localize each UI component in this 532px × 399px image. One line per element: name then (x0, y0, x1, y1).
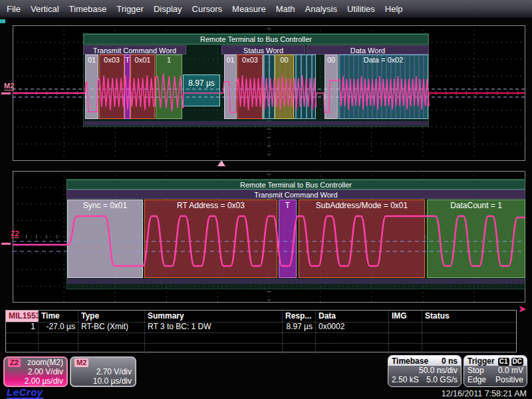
timebase-descriptor-box[interactable]: Timebase 0 ns 50.0 ns/div 2.50 kS 5.0 GS… (388, 355, 462, 387)
segment-data-sync: 00 (325, 55, 338, 119)
menu-item-display[interactable]: Display (154, 4, 182, 14)
menu-item-measure[interactable]: Measure (232, 4, 266, 14)
z2-tdiv: 2.00 µs/div (25, 376, 63, 386)
segment-rt-address: 0x03 (99, 55, 124, 119)
menu-item-analysis[interactable]: Analysis (305, 4, 337, 14)
segment-status-sync: 01 (224, 55, 237, 119)
menu-item-trigger[interactable]: Trigger (116, 4, 144, 14)
word-title-band-zoom: Transmit Command Word (66, 190, 525, 199)
segment-sync: 01 (85, 55, 98, 119)
trigger-source-badge: C1 (498, 358, 509, 366)
lecroy-logo: LeCroy (7, 386, 43, 399)
word-title-data: Data Word (307, 45, 429, 55)
m2-vdiv: 2.70 V/div (96, 367, 132, 376)
z2-vdiv: 2.00 V/div (28, 367, 63, 376)
segment-status-code: 00 (275, 55, 294, 119)
envelope-footer-strip (84, 121, 428, 126)
trigger-type: Edge (467, 375, 486, 384)
segment-datacount: 1 (156, 55, 182, 119)
table-header-time[interactable]: Time (39, 311, 78, 322)
trigger-descriptor-box[interactable]: Trigger C1DC Stop 0.0 mV Edge Positive (464, 355, 527, 387)
trigger-coupling-badge: DC (511, 358, 523, 366)
segment-tr-flag: T (124, 55, 130, 119)
oscilloscope-screen: File Vertical Timebase Trigger Display C… (0, 0, 532, 399)
timebase-offset: 0 ns (442, 356, 458, 366)
decode-table: MIL1553 Time Type Summary Resp... Data I… (5, 310, 517, 352)
menu-bar: File Vertical Timebase Trigger Display C… (0, 0, 532, 19)
menu-item-utilities[interactable]: Utilities (347, 4, 375, 14)
table-header-resp[interactable]: Resp... (283, 311, 316, 322)
z2-descriptor-box[interactable]: Z2 zoom(M2) 2.00 V/div 2.00 µs/div (3, 356, 68, 387)
z2-badge: Z2 (8, 358, 21, 367)
segment-zoom-tr-flag: T (279, 200, 297, 278)
m2-trace-label[interactable]: M2 (4, 82, 14, 90)
z2-decode-overlay: Remote Terminal to Bus Controller Transm… (13, 171, 525, 303)
decode-table-header: MIL1553 Time Type Summary Resp... Data I… (6, 311, 516, 322)
datetime-stamp: 12/16/2011 7:58:21 AM (442, 389, 527, 398)
menu-item-timebase[interactable]: Timebase (69, 4, 107, 14)
cell-resp[interactable]: 8.97 µs (283, 323, 316, 332)
cell-time[interactable]: -27.0 µs (39, 323, 78, 332)
word-title-transmit-command: Transmit Command Word (83, 45, 186, 55)
cell-img[interactable] (389, 323, 422, 332)
segment-zoom-sync: Sync = 0x01 (67, 200, 143, 278)
table-header-type[interactable]: Type (78, 311, 145, 322)
m2-level-tick (1, 92, 11, 94)
accent-mark (0, 19, 5, 23)
trigger-level: 0.0 mV (498, 366, 523, 375)
z2-source: zoom(M2) (27, 358, 63, 367)
envelope-footer-strip-zoom (67, 279, 525, 284)
trigger-label: Trigger (467, 356, 495, 366)
m2-descriptor-box[interactable]: M2 2.70 V/div 10.0 µs/div (70, 356, 136, 387)
segment-status-rt: 0x03 (237, 55, 263, 119)
m2-grid-panel[interactable]: Remote Terminal to Bus Controller Transm… (13, 25, 525, 161)
bus-title-band: Remote Terminal to Bus Controller (83, 34, 429, 45)
overflow-arrow-icon: ➤ (519, 304, 526, 314)
m2-badge: M2 (74, 358, 88, 367)
timebase-rate: 5.0 GS/s (426, 375, 458, 384)
segment-zoom-datacount: DataCount = 1 (427, 200, 525, 278)
table-header-img[interactable]: IMG (389, 311, 422, 322)
cell-index[interactable]: 1 (6, 323, 39, 332)
m2-decode-overlay: Remote Terminal to Bus Controller Transm… (13, 25, 525, 161)
m2-tdiv: 10.0 µs/div (93, 376, 132, 386)
segment-data-value: Data = 0x02 (338, 55, 428, 119)
response-time-box: 8.97 µs (183, 74, 220, 106)
table-row[interactable]: 1 -27.0 µs RT-BC (Xmit) RT 3 to BC: 1 DW… (6, 322, 516, 332)
trigger-position-marker[interactable] (217, 160, 225, 166)
z2-trace-label[interactable]: Z2 (11, 229, 19, 238)
segment-zoom-subaddress: SubAddress/Mode = 0x01 (299, 200, 425, 278)
segment-zoom-rt-address: RT Address = 0x03 (144, 200, 277, 278)
menu-item-help[interactable]: Help (385, 4, 403, 14)
cell-data[interactable]: 0x0002 (316, 323, 389, 332)
timebase-samples: 2.50 kS (392, 375, 419, 384)
trigger-mode: Stop (467, 366, 484, 375)
segment-subaddress: 0x01 (130, 55, 155, 119)
table-header-data[interactable]: Data (316, 311, 389, 322)
cell-type[interactable]: RT-BC (Xmit) (78, 323, 145, 332)
z2-level-tick (1, 243, 11, 245)
menu-item-math[interactable]: Math (276, 4, 295, 14)
table-header-status[interactable]: Status (422, 311, 516, 322)
timebase-label: Timebase (392, 356, 428, 366)
cell-status[interactable] (422, 323, 516, 332)
z2-grid-panel[interactable]: Remote Terminal to Bus Controller Transm… (13, 171, 525, 303)
bus-title-band-zoom: Remote Terminal to Bus Controller (66, 180, 525, 190)
timebase-tdiv: 50.0 ns/div (419, 366, 458, 375)
menu-item-cursors[interactable]: Cursors (192, 4, 223, 14)
menu-item-vertical[interactable]: Vertical (31, 4, 59, 14)
word-title-status: Status Word (221, 45, 305, 55)
menu-item-file[interactable]: File (7, 4, 21, 14)
cell-summary[interactable]: RT 3 to BC: 1 DW (145, 323, 283, 332)
trigger-slope: Positive (495, 375, 523, 384)
table-header-bus[interactable]: MIL1553 (6, 311, 39, 322)
table-header-summary[interactable]: Summary (145, 311, 283, 322)
table-row-empty[interactable] (6, 332, 516, 343)
table-row-empty[interactable] (6, 343, 516, 354)
